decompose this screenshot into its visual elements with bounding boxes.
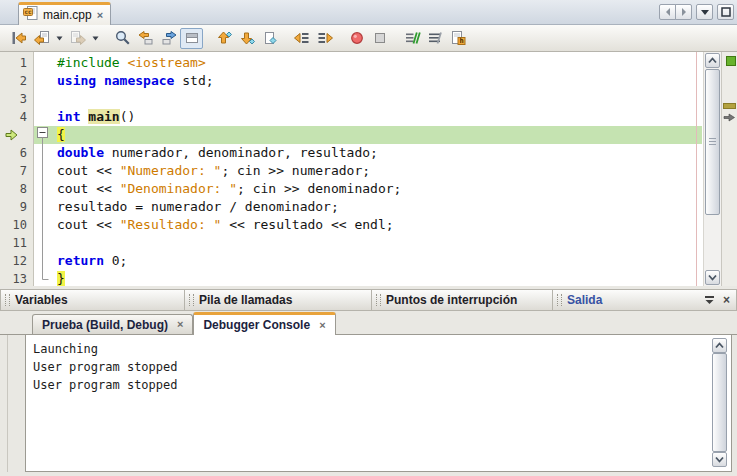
code-line-11[interactable] (34, 234, 702, 252)
close-window-icon[interactable]: × (723, 294, 730, 306)
output-window: Prueba (Build, Debug) × Debugger Console… (0, 311, 737, 476)
scroll-up-button[interactable] (712, 338, 727, 353)
code-segment: namespace (104, 73, 174, 88)
tab-prueba-build-debug[interactable]: Prueba (Build, Debug) × (32, 314, 193, 334)
find-button[interactable] (111, 28, 134, 49)
panel-title: Variables (15, 293, 68, 307)
code-editor[interactable]: 1234678910111213 #include <iostream>usin… (0, 52, 737, 286)
shift-line-left-button[interactable] (290, 28, 313, 49)
line-number[interactable]: 12 (0, 252, 33, 270)
error-stripe[interactable] (721, 52, 737, 286)
line-number[interactable]: 13 (0, 270, 33, 286)
code-segment: 0; (104, 253, 127, 268)
line-number[interactable]: 11 (0, 234, 33, 252)
previous-bookmark-button[interactable] (212, 28, 235, 49)
code-segment: << resultado << endl; (221, 217, 393, 232)
scrollbar-thumb[interactable] (705, 69, 720, 215)
shift-line-right-button[interactable] (313, 28, 336, 49)
panel-title: Salida (567, 293, 602, 307)
editor-tab-label: main.cpp (43, 8, 92, 22)
code-segment: main (88, 109, 119, 124)
code-line-2[interactable]: using namespace std; (34, 72, 702, 90)
scroll-up-button[interactable] (705, 53, 720, 68)
find-previous-button[interactable] (134, 28, 157, 49)
code-line-6[interactable]: double numerador, denominador, resultado… (34, 144, 702, 162)
find-next-button[interactable] (157, 28, 180, 49)
tab-debugger-console[interactable]: Debugger Console × (193, 312, 335, 335)
go-to-header-source-button[interactable]: h (446, 28, 469, 49)
tab-list-dropdown-button[interactable] (696, 4, 713, 20)
line-number[interactable]: 9 (0, 198, 33, 216)
panel-header-variables[interactable]: Variables (0, 289, 185, 311)
occurrence-mark[interactable] (723, 103, 736, 109)
console-text: LaunchingUser program stoppedUser progra… (33, 340, 707, 469)
close-tab-icon[interactable]: × (177, 319, 183, 330)
minimize-window-group-icon[interactable] (704, 291, 715, 309)
file-status-ok-indicator (726, 56, 736, 66)
editor-toolbar: h (0, 25, 737, 52)
comment-button[interactable] (400, 28, 423, 49)
toggle-highlight-search-button[interactable] (180, 28, 203, 49)
current-line-mark[interactable] (723, 113, 736, 122)
code-segment: int (57, 109, 80, 124)
code-segment: ; cin >> numerador; (221, 163, 370, 178)
line-number[interactable]: 4 (0, 108, 33, 126)
line-number[interactable]: 3 (0, 90, 33, 108)
line-number[interactable]: 2 (0, 72, 33, 90)
scroll-down-button[interactable] (712, 452, 727, 467)
code-line-3[interactable] (34, 90, 702, 108)
code-segment: { (57, 127, 65, 142)
panel-header-puntos-de-interrupci-n[interactable]: Puntos de interrupción (372, 289, 553, 311)
console-left-margin (7, 335, 8, 472)
console-vertical-scrollbar[interactable] (712, 337, 729, 468)
toggle-bookmark-button[interactable] (258, 28, 281, 49)
panel-header-pila-de-llamadas[interactable]: Pila de llamadas (185, 289, 372, 311)
next-bookmark-button[interactable] (235, 28, 258, 49)
code-line-7[interactable]: cout << "Numerador: "; cin >> numerador; (34, 162, 702, 180)
code-segment: "Resultado: " (120, 217, 222, 232)
line-number[interactable]: 7 (0, 162, 33, 180)
console-line: Launching (33, 340, 707, 358)
code-segment: std; (174, 73, 213, 88)
forward-button (66, 28, 89, 49)
forward-history-dropdown[interactable] (89, 28, 102, 49)
line-number-gutter[interactable]: 1234678910111213 (0, 52, 34, 286)
uncomment-button[interactable] (423, 28, 446, 49)
code-line-1[interactable]: #include <iostream> (34, 54, 702, 72)
panel-header-salida[interactable]: Salida× (553, 289, 737, 311)
back-history-dropdown[interactable] (53, 28, 66, 49)
code-line-13[interactable]: } (34, 270, 702, 286)
close-tab-icon[interactable]: × (97, 10, 103, 21)
code-line-4[interactable]: int main() (34, 108, 702, 126)
close-tab-icon[interactable]: × (319, 320, 325, 331)
code-segment: () (120, 109, 136, 124)
line-number[interactable]: 10 (0, 216, 33, 234)
code-segment: using (57, 73, 96, 88)
stop-macro-recording-button[interactable] (368, 28, 391, 49)
code-segment: cout << (57, 181, 120, 196)
code-line-12[interactable]: return 0; (34, 252, 702, 270)
code-line-8[interactable]: cout << "Denominador: "; cin >> denomina… (34, 180, 702, 198)
scroll-down-button[interactable] (705, 270, 720, 285)
code-line-10[interactable]: cout << "Resultado: " << resultado << en… (34, 216, 702, 234)
svg-text:h: h (459, 37, 463, 45)
start-macro-recording-button[interactable] (345, 28, 368, 49)
code-line-9[interactable]: resultado = numerador / denominador; (34, 198, 702, 216)
drag-grip-icon (189, 294, 194, 306)
debugger-console-output[interactable]: LaunchingUser program stoppedUser progra… (25, 335, 732, 472)
line-number[interactable]: 8 (0, 180, 33, 198)
last-edit-location-button[interactable] (7, 28, 30, 49)
code-segment: "Numerador: " (120, 163, 222, 178)
cpp-file-icon: cc (23, 5, 38, 25)
editor-vertical-scrollbar[interactable] (703, 52, 721, 286)
editor-tab-main-cpp[interactable]: cc main.cpp × (18, 2, 111, 25)
back-button[interactable] (30, 28, 53, 49)
scroll-tabs-left-button (659, 4, 676, 20)
maximize-window-button[interactable] (717, 4, 734, 20)
line-number[interactable]: 1 (0, 54, 33, 72)
scrollbar-thumb[interactable] (712, 353, 727, 452)
code-lines: #include <iostream>using namespace std;i… (34, 52, 702, 286)
code-segment: cout << (57, 163, 120, 178)
line-number[interactable]: 6 (0, 144, 33, 162)
code-line-5[interactable]: { (34, 126, 702, 144)
